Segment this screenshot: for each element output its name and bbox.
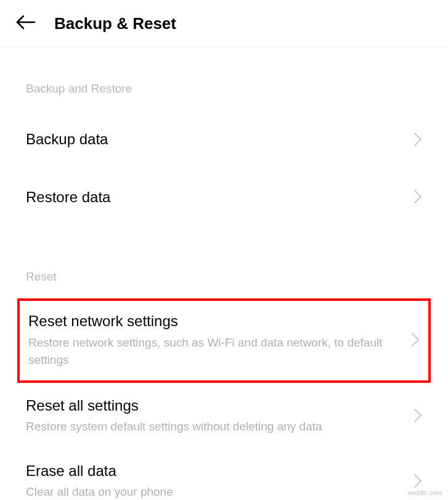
reset-all-subtitle: Restore system default settings without … [26,418,389,436]
reset-network-settings-item[interactable]: Reset network settings Restore network s… [20,301,428,380]
restore-data-item[interactable]: Restore data [0,168,448,226]
page-title: Backup & Reset [54,14,176,33]
backup-data-title: Backup data [26,129,409,150]
chevron-right-icon [413,189,422,204]
list-item-text: Backup data [26,129,409,150]
erase-all-data-item[interactable]: Erase all data Clear all data on your ph… [0,448,448,500]
highlight-annotation: Reset network settings Restore network s… [17,298,431,383]
chevron-right-icon [411,332,420,347]
section-header-backup: Backup and Restore [0,47,448,110]
chevron-right-icon [413,473,422,488]
content-area: Backup and Restore Backup data Restore d… [0,47,448,500]
section-header-reset: Reset [0,226,448,298]
back-button[interactable] [15,12,37,35]
restore-data-title: Restore data [26,187,409,208]
list-item-text: Reset all settings Restore system defaul… [26,395,409,436]
erase-all-title: Erase all data [26,461,409,482]
reset-network-title: Reset network settings [28,311,406,332]
erase-all-subtitle: Clear all data on your phone [26,483,389,500]
chevron-right-icon [413,132,422,147]
back-arrow-icon [15,11,37,36]
app-header: Backup & Reset [0,0,448,47]
reset-all-settings-item[interactable]: Reset all settings Restore system defaul… [0,383,448,448]
reset-network-subtitle: Restore network settings, such as Wi-Fi … [28,334,392,369]
list-item-text: Erase all data Clear all data on your ph… [26,461,409,500]
reset-all-title: Reset all settings [26,395,409,416]
list-item-text: Restore data [26,187,409,208]
chevron-right-icon [413,408,422,423]
watermark: wsxdn.com [408,489,442,496]
list-item-text: Reset network settings Restore network s… [28,311,406,369]
backup-data-item[interactable]: Backup data [0,110,448,168]
